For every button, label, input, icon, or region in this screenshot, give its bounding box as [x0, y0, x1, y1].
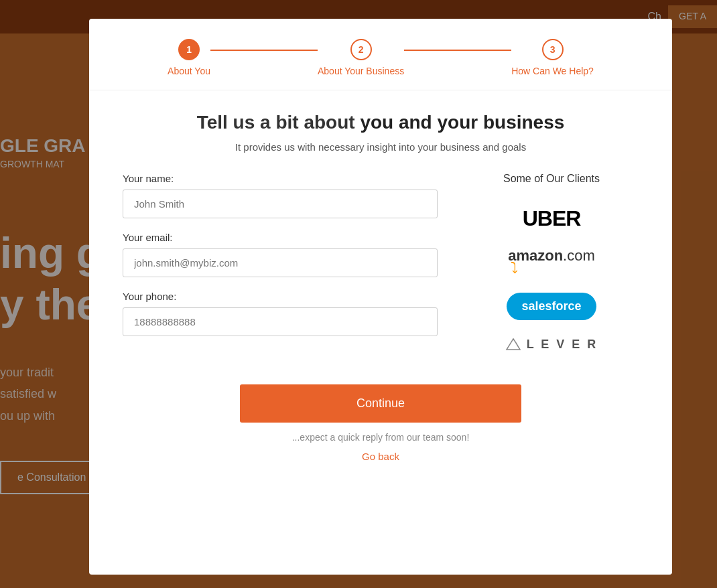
continue-button[interactable]: Continue — [240, 384, 521, 423]
email-label: Your email: — [123, 232, 438, 243]
stepper: 1 About You 2 About Your Business 3 How … — [89, 19, 672, 90]
go-back-link[interactable]: Go back — [362, 451, 399, 462]
step-1-label: About You — [168, 66, 210, 76]
modal-dialog: 1 About You 2 About Your Business 3 How … — [89, 19, 672, 575]
form-client-layout: Your name: Your email: Your phone: Some … — [123, 173, 639, 358]
amazon-logo: amazon.com ⤵ — [508, 247, 595, 277]
step-line-2 — [404, 50, 511, 51]
quick-reply-text: ...expect a quick reply from our team so… — [123, 432, 639, 443]
name-label: Your name: — [123, 173, 438, 184]
phone-input[interactable] — [123, 307, 438, 336]
step-2-circle: 2 — [350, 39, 372, 60]
modal-title: Tell us a bit about you and your busines… — [123, 111, 639, 135]
name-input[interactable] — [123, 190, 438, 218]
email-input[interactable] — [123, 248, 438, 277]
continue-section: Continue ...expect a quick reply from ou… — [123, 384, 639, 463]
step-3[interactable]: 3 How Can We Help? — [511, 39, 594, 76]
clients-section: Some of Our Clients UBER amazon.com ⤵ sa… — [464, 173, 639, 358]
step-line-1 — [210, 50, 318, 51]
lever-logo: L E V E R — [505, 336, 598, 352]
form-section: Your name: Your email: Your phone: — [123, 173, 438, 358]
modal-subtitle: It provides us with necessary insight in… — [123, 141, 639, 153]
step-2[interactable]: 2 About Your Business — [318, 39, 404, 76]
step-1-circle: 1 — [178, 39, 200, 60]
svg-marker-0 — [507, 339, 520, 350]
step-1[interactable]: 1 About You — [168, 39, 210, 76]
phone-label: Your phone: — [123, 291, 438, 302]
salesforce-logo: salesforce — [507, 293, 596, 320]
clients-title: Some of Our Clients — [503, 173, 600, 185]
lever-icon — [505, 336, 521, 352]
step-3-label: How Can We Help? — [511, 66, 594, 76]
step-3-circle: 3 — [542, 39, 564, 60]
step-2-label: About Your Business — [318, 66, 404, 76]
modal-body: Tell us a bit about you and your busines… — [89, 90, 672, 483]
uber-logo: UBER — [523, 206, 581, 231]
